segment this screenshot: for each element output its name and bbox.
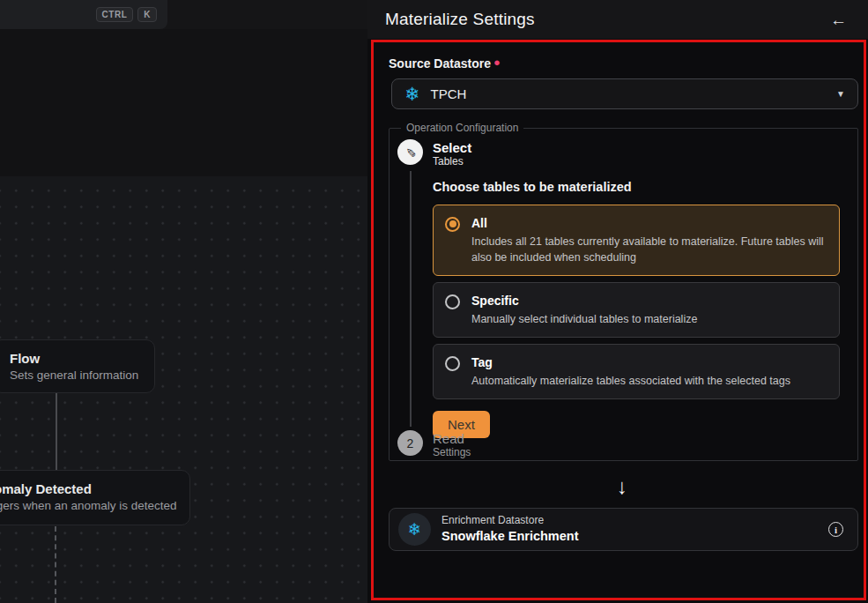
back-arrow-button[interactable]: ← [830,11,847,28]
chevron-down-icon: ▼ [836,89,845,99]
option-specific-description: Manually select individual tables to mat… [471,311,697,327]
option-all-description: Includes all 21 tables currently availab… [471,234,827,265]
option-specific-label: Specific [471,293,697,309]
anomaly-node-subtitle: Triggers when an anomaly is detected [0,498,174,515]
node-connector-dashed-line [55,526,56,603]
radio-tag[interactable] [445,356,460,371]
enrichment-snowflake-badge: ❄ [398,513,431,546]
enrichment-datastore-value: Snowflake Enrichment [441,528,828,545]
fieldset-legend: Operation Configuration [401,122,523,134]
step1-edit-badge: ✎ [397,139,423,165]
step2-subtitle: Settings [433,446,471,460]
canvas-topbar: CTRL K [0,0,367,29]
k-key-badge: K [137,7,157,22]
radio-all[interactable] [445,217,460,232]
flow-node-title: Flow [10,349,138,368]
red-highlight-region: Source Datastore● ❄ TPCH ▼ Operation Con… [371,40,866,600]
source-datastore-label: Source Datastore● [389,56,851,71]
required-marker: ● [493,56,501,69]
info-icon[interactable]: i [828,522,843,537]
step2-title: Read [433,431,471,446]
search-bar[interactable]: CTRL K [0,0,167,29]
enrichment-datastore-label: Enrichment Datastore [441,514,828,528]
anomaly-detected-node[interactable]: Anomaly Detected Triggers when an anomal… [0,470,190,525]
operation-configuration-fieldset: Operation Configuration ✎ Select Tables … [389,122,858,461]
choose-tables-heading: Choose tables to be materialized [433,180,840,194]
flow-node-subtitle: Sets general information [10,368,138,384]
radio-specific[interactable] [445,294,460,309]
materialize-settings-panel: Materialize Settings ← Source Datastore●… [367,0,868,603]
flow-node[interactable]: Flow Sets general information [0,339,155,393]
snowflake-icon: ❄ [408,521,422,538]
pencil-icon: ✎ [403,147,417,158]
ctrl-key-badge: CTRL [96,7,134,22]
down-arrow-icon: ↓ [617,474,627,499]
page-title: Materialize Settings [385,10,535,29]
source-datastore-select[interactable]: ❄ TPCH ▼ [391,78,858,109]
step2-number-badge: 2 [397,430,423,456]
flow-canvas-area: CTRL K Flow Sets general information Ano… [0,0,367,603]
step1-title: Select [433,140,471,155]
option-specific[interactable]: Specific Manually select individual tabl… [433,282,840,338]
app-screen: CTRL K Flow Sets general information Ano… [0,0,868,603]
stepper-connector-line [410,171,412,427]
source-datastore-value: TPCH [431,86,836,101]
snowflake-icon: ❄ [404,85,420,103]
step-read-settings: 2 Read Settings [397,430,471,460]
option-all-label: All [471,215,827,232]
step1-subtitle: Tables [433,155,471,169]
option-tag-label: Tag [471,354,790,371]
option-all[interactable]: All Includes all 21 tables currently ava… [433,205,840,276]
option-tag-description: Automatically materialize tables associa… [471,373,790,389]
anomaly-node-title: Anomaly Detected [0,480,174,498]
step-select-tables: ✎ Select Tables [397,139,857,169]
enrichment-datastore-card[interactable]: ❄ Enrichment Datastore Snowflake Enrichm… [389,508,858,551]
step2-number: 2 [407,436,414,450]
option-tag[interactable]: Tag Automatically materialize tables ass… [433,344,840,399]
node-connector-line [56,393,57,470]
panel-header: Materialize Settings ← [367,0,868,39]
